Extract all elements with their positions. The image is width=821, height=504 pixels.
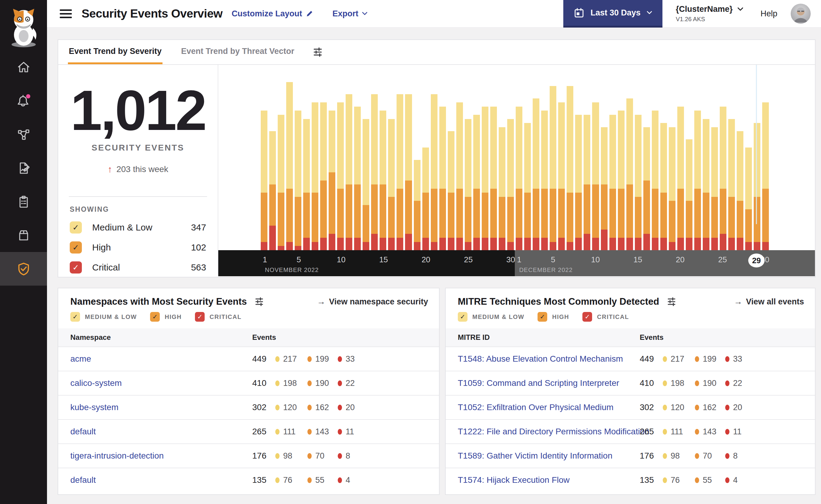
bar-day-56[interactable] [728,70,735,250]
row-link[interactable]: tigera-intrusion-detection [70,451,164,461]
bar-day-35[interactable] [550,70,556,250]
bar-day-31[interactable] [516,70,522,250]
view-namespace-security-link[interactable]: → View namespace security [317,297,428,307]
bar-day-37[interactable] [567,70,573,250]
help-link[interactable]: Help [760,9,777,18]
bar-day-6[interactable] [303,70,310,250]
bar-day-43[interactable] [618,70,625,250]
bar-day-60[interactable] [762,70,769,250]
sidebar-item-reports[interactable] [0,151,47,185]
sidebar-item-service-graph[interactable] [0,118,47,151]
bar-day-26[interactable] [473,70,480,250]
bar-day-49[interactable] [669,70,676,250]
bar-day-51[interactable] [686,70,693,250]
sidebar-item-home[interactable] [0,50,47,84]
bar-day-45[interactable] [635,70,642,250]
bar-day-13[interactable] [363,70,369,250]
severity-filter-row-high[interactable]: ✓High102 [70,241,206,254]
bar-day-39[interactable] [583,70,590,250]
bar-day-54[interactable] [711,70,718,250]
cluster-selector[interactable]: {ClusterName} V1.26 AKS [676,5,744,23]
bar-day-4[interactable] [286,70,293,250]
severity-checkbox-high[interactable]: ✓ [70,241,82,254]
chart-filter-settings-icon[interactable] [313,47,323,57]
severity-checkbox-high[interactable]: ✓ [537,312,547,322]
bar-day-44[interactable] [627,70,633,250]
row-link[interactable]: T1548: Abuse Elevation Control Mechanism [458,354,623,364]
severity-checkbox-medium_low[interactable]: ✓ [70,221,82,234]
severity-checkbox-medium_low[interactable]: ✓ [70,312,80,322]
sidebar-item-alerts[interactable] [0,84,47,118]
user-avatar[interactable] [791,4,811,24]
row-link[interactable]: T1052: Exfiltration Over Physical Medium [458,403,613,412]
bar-day-17[interactable] [397,70,403,250]
chart-x-axis[interactable]: 151015202530NOVEMBER 2022151015202530DEC… [218,250,815,276]
severity-chip-high[interactable]: ✓HIGH [537,312,569,322]
severity-chip-critical[interactable]: ✓CRITICAL [195,312,241,322]
severity-chip-high[interactable]: ✓HIGH [150,312,181,322]
selected-day-badge[interactable]: 29 [748,254,765,267]
bar-day-12[interactable] [354,70,361,250]
bar-day-41[interactable] [601,70,607,250]
bar-day-29[interactable] [499,70,505,250]
bar-day-25[interactable] [465,70,471,250]
severity-filter-row-medium_low[interactable]: ✓Medium & Low347 [70,221,206,234]
severity-checkbox-critical[interactable]: ✓ [582,312,592,322]
bar-day-50[interactable] [677,70,684,250]
row-link[interactable]: calico-system [70,378,122,388]
row-link[interactable]: T1222: File and Directory Permissions Mo… [458,427,650,436]
bar-day-24[interactable] [456,70,463,250]
bar-day-40[interactable] [592,70,599,250]
severity-chip-medium_low[interactable]: ✓MEDIUM & LOW [458,312,524,322]
bar-day-2[interactable] [269,70,276,250]
bar-day-19[interactable] [414,70,420,250]
bar-day-16[interactable] [388,70,395,250]
panel-filter-settings-icon[interactable] [667,297,676,306]
bar-day-33[interactable] [533,70,539,250]
bar-day-20[interactable] [422,70,429,250]
bar-day-38[interactable] [575,70,582,250]
bar-day-5[interactable] [295,70,301,250]
bar-day-22[interactable] [439,70,446,250]
customize-layout-button[interactable]: Customize Layout [232,9,314,18]
bar-day-10[interactable] [337,70,344,250]
row-link[interactable]: acme [70,354,91,364]
bar-day-57[interactable] [737,70,743,250]
calico-cat-logo[interactable] [8,5,40,50]
bar-day-7[interactable] [312,70,318,250]
bar-day-23[interactable] [448,70,454,250]
bar-day-59[interactable] [754,70,760,250]
bar-day-8[interactable] [320,70,327,250]
bar-day-28[interactable] [490,70,497,250]
view-all-events-link[interactable]: → View all events [734,297,804,307]
bar-day-9[interactable] [329,70,335,250]
bar-day-32[interactable] [524,70,531,250]
row-link[interactable]: default [70,475,96,485]
row-link[interactable]: T1059: Command and Scripting Interpreter [458,378,619,388]
row-link[interactable]: T1574: Hijack Execution Flow [458,475,570,485]
bar-day-21[interactable] [431,70,437,250]
bar-day-11[interactable] [346,70,352,250]
bar-day-42[interactable] [609,70,616,250]
bar-day-1[interactable] [261,70,268,250]
bar-day-3[interactable] [278,70,284,250]
severity-checkbox-critical[interactable]: ✓ [195,312,204,322]
severity-filter-row-critical[interactable]: ✓Critical563 [70,261,206,274]
severity-chip-critical[interactable]: ✓CRITICAL [582,312,629,322]
sidebar-item-security-events[interactable] [0,252,47,286]
bar-day-15[interactable] [380,70,386,250]
bar-day-46[interactable] [643,70,650,250]
row-link[interactable]: T1589: Gather Victim Identity Informatio… [458,451,612,461]
bar-day-30[interactable] [507,70,514,250]
panel-filter-settings-icon[interactable] [255,297,264,306]
bar-day-58[interactable] [745,70,752,250]
bar-day-34[interactable] [541,70,548,250]
hamburger-menu-icon[interactable] [60,7,72,20]
row-link[interactable]: kube-system [70,403,118,412]
sidebar-item-compliance[interactable] [0,185,47,218]
bar-day-47[interactable] [652,70,659,250]
severity-checkbox-medium_low[interactable]: ✓ [458,312,467,322]
tab-event-trend-by-threat-vector[interactable]: Event Trend by Threat Vector [180,40,295,64]
bar-day-48[interactable] [660,70,667,250]
bar-day-27[interactable] [482,70,488,250]
